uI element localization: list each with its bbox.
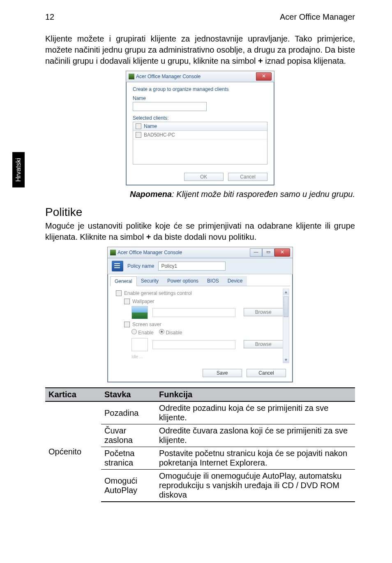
wallpaper-preview-icon <box>131 306 148 319</box>
save-button[interactable]: Save <box>203 369 242 377</box>
scroll-up-icon[interactable]: ▲ <box>283 289 289 295</box>
screensaver-checkbox[interactable] <box>124 322 130 327</box>
dialog1-title: Acer Office Manager Console <box>136 74 201 79</box>
enable-general-checkbox[interactable] <box>116 290 122 296</box>
stavka-cell: Omogući AutoPlay <box>101 470 156 502</box>
tab-security[interactable]: Security <box>136 276 163 286</box>
tab-device[interactable]: Device <box>223 276 247 286</box>
browse-screensaver-button[interactable]: Browse <box>244 340 283 348</box>
doc-title: Acer Office Manager <box>280 12 355 22</box>
stavka-cell: Čuvar zaslona <box>101 424 156 447</box>
column-name: Name <box>144 123 157 129</box>
list-item[interactable]: BAD50HC-PC <box>133 131 267 139</box>
browse-wallpaper-button[interactable]: Browse <box>244 308 283 316</box>
scroll-thumb[interactable] <box>284 297 288 317</box>
client-name: BAD50HC-PC <box>144 132 175 138</box>
screensaver-preview-icon <box>131 338 148 351</box>
disable-radio[interactable] <box>159 329 164 334</box>
col-kartica: Kartica <box>45 388 101 401</box>
selected-clients-label: Selected clients: <box>133 115 267 121</box>
tab-general[interactable]: General <box>110 276 137 286</box>
app-icon <box>110 250 116 255</box>
clients-list[interactable]: Name BAD50HC-PC <box>133 122 267 164</box>
dialog1-heading: Create a group to organize managed clien… <box>133 86 267 92</box>
create-group-dialog: Acer Office Manager Console ✕ Create a g… <box>126 71 274 185</box>
policy-name-input[interactable] <box>158 262 226 271</box>
funkcija-cell: Postavite početnu stranicu koja će se po… <box>156 447 355 470</box>
enable-radio-label: Enable <box>138 330 153 336</box>
table-row: Općenito Pozadina Odredite pozadinu koja… <box>45 401 355 424</box>
wallpaper-path-input[interactable] <box>152 308 235 317</box>
tab-power-options[interactable]: Power options <box>163 276 203 286</box>
policy-dialog: Acer Office Manager Console — ▭ ✕ Policy… <box>107 247 293 382</box>
dialog2-title: Acer Office Manager Console <box>118 250 182 255</box>
wallpaper-label: Wallpaper <box>132 299 154 304</box>
policy-name-label: Policy name <box>127 263 154 269</box>
note-line: Napomena: Klijent može biti raspoređen s… <box>45 190 355 199</box>
intro-paragraph-1: Klijente možete i grupirati klijente za … <box>45 33 355 67</box>
col-funkcija: Funkcija <box>156 388 355 401</box>
close-icon[interactable]: ✕ <box>256 72 272 81</box>
tab-bios[interactable]: BIOS <box>203 276 224 286</box>
policy-items-table: Kartica Stavka Funkcija Općenito Pozadin… <box>45 387 355 502</box>
intro-paragraph-2: Moguće je ustanoviti politike koje će se… <box>45 220 355 243</box>
stavka-cell: Početna stranica <box>101 447 156 470</box>
wallpaper-checkbox[interactable] <box>124 299 130 304</box>
policy-tabs: General Security Power options BIOS Devi… <box>110 276 290 286</box>
client-checkbox[interactable] <box>136 132 141 138</box>
enable-general-label: Enable general settings control <box>124 290 192 296</box>
scroll-down-icon[interactable]: ▼ <box>283 357 289 363</box>
select-all-checkbox[interactable] <box>136 123 141 129</box>
ok-button[interactable]: OK <box>184 173 224 181</box>
maximize-icon[interactable]: ▭ <box>262 248 274 257</box>
close-icon[interactable]: ✕ <box>274 248 290 257</box>
group-name-input[interactable] <box>133 102 207 111</box>
name-label: Name <box>133 95 267 101</box>
screensaver-path-input[interactable] <box>152 340 235 349</box>
minimize-icon[interactable]: — <box>250 248 262 257</box>
cancel-button[interactable]: Cancel <box>228 173 267 181</box>
kartica-cell: Općenito <box>45 401 101 502</box>
app-icon <box>129 74 134 79</box>
section-heading-politike: Politike <box>45 206 355 219</box>
enable-radio[interactable] <box>131 329 137 334</box>
scrollbar[interactable]: ▲ ▼ <box>283 289 289 363</box>
cancel-button[interactable]: Cancel <box>247 369 286 377</box>
stavka-cell: Pozadina <box>101 401 156 424</box>
funkcija-cell: Odredite pozadinu koja će se primijeniti… <box>156 401 355 424</box>
funkcija-cell: Omogućuje ili onemogućuje AutoPlay, auto… <box>156 470 355 502</box>
policy-icon <box>112 261 123 271</box>
screensaver-label: Screen saver <box>132 322 161 327</box>
funkcija-cell: Odredite čuvara zaslona koji će se primi… <box>156 424 355 447</box>
language-tab: Hrvatski <box>12 152 25 188</box>
page-number: 12 <box>45 12 54 22</box>
idle-label: Idle ... <box>124 354 284 359</box>
col-stavka: Stavka <box>101 388 156 401</box>
disable-radio-label: Disable <box>166 330 182 336</box>
